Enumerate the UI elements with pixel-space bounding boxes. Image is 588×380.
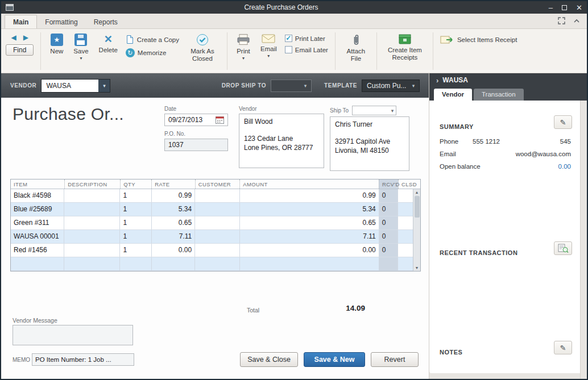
print-button[interactable]: Print ▾ bbox=[234, 32, 252, 61]
email-button[interactable]: Email ▾ bbox=[258, 32, 279, 59]
cell-description[interactable] bbox=[64, 203, 120, 216]
cell-rate[interactable]: 0.99 bbox=[152, 189, 196, 202]
cell-clsd[interactable] bbox=[398, 203, 413, 216]
cell-rate[interactable]: 0.00 bbox=[152, 244, 196, 257]
cell-qty[interactable]: 1 bbox=[120, 203, 151, 216]
cell-qty[interactable]: 1 bbox=[120, 189, 151, 202]
minimize-button[interactable]: – bbox=[549, 3, 553, 12]
back-arrow-button[interactable]: ◀ bbox=[11, 34, 16, 41]
cell-amount[interactable]: 0.65 bbox=[240, 216, 379, 229]
cell-description[interactable] bbox=[64, 230, 120, 243]
cell-description[interactable] bbox=[64, 257, 120, 270]
cell-qty[interactable] bbox=[120, 257, 151, 270]
mark-as-closed-button[interactable]: Mark As Closed bbox=[185, 32, 220, 64]
cell-item[interactable]: Red #1456 bbox=[11, 244, 64, 257]
scroll-down-icon[interactable]: ▼ bbox=[415, 265, 419, 271]
memo-field[interactable]: PO Item Number: 1 Job ... bbox=[32, 353, 134, 366]
sidebar-header[interactable]: › WAUSA bbox=[429, 73, 587, 87]
cell-customer[interactable] bbox=[195, 230, 240, 243]
cell-item[interactable]: Blue #25689 bbox=[11, 203, 64, 216]
email-caret-icon[interactable]: ▾ bbox=[267, 55, 270, 57]
find-button[interactable]: Find bbox=[6, 44, 34, 56]
cell-customer[interactable] bbox=[195, 203, 240, 216]
forward-arrow-button[interactable]: ▶ bbox=[23, 34, 28, 41]
attach-file-button[interactable]: Attach File bbox=[342, 32, 370, 64]
cell-rcvd[interactable]: 0 bbox=[379, 189, 399, 202]
cell-customer[interactable] bbox=[195, 189, 240, 202]
cell-customer[interactable] bbox=[195, 216, 240, 229]
print-later-checkbox[interactable]: ✓ Print Later bbox=[285, 35, 328, 42]
drop-ship-to-select[interactable]: ▾ bbox=[271, 80, 312, 92]
cell-amount[interactable]: 0.99 bbox=[240, 189, 379, 202]
cell-rcvd[interactable]: 0 bbox=[379, 216, 399, 229]
calendar-icon[interactable] bbox=[216, 116, 224, 124]
cell-clsd[interactable] bbox=[398, 257, 413, 270]
tab-main[interactable]: Main bbox=[5, 15, 37, 28]
cell-qty[interactable]: 1 bbox=[120, 244, 151, 257]
tab-reports[interactable]: Reports bbox=[86, 15, 126, 28]
cell-clsd[interactable] bbox=[398, 189, 413, 202]
table-scrollbar[interactable]: ▲ ▼ bbox=[413, 189, 420, 271]
vendor-address-box[interactable]: Bill Wood 123 Cedar Lane Lone Pines, OR … bbox=[239, 114, 324, 168]
collapse-sidebar-icon[interactable]: › bbox=[436, 76, 438, 85]
date-field[interactable]: 09/27/2013 bbox=[164, 114, 228, 126]
scrollbar-thumb[interactable] bbox=[415, 196, 420, 218]
template-select[interactable]: Custom Pu... ▾ bbox=[362, 80, 420, 92]
cell-item[interactable]: Black #4598 bbox=[11, 189, 64, 202]
save-and-new-button[interactable]: Save & New bbox=[304, 352, 365, 367]
cell-qty[interactable]: 1 bbox=[120, 216, 151, 229]
cell-qty[interactable]: 1 bbox=[120, 230, 151, 243]
cell-amount[interactable]: 0.00 bbox=[240, 244, 379, 257]
cell-item[interactable]: Green #311 bbox=[11, 216, 64, 229]
expand-window-icon[interactable] bbox=[558, 17, 565, 24]
cell-item[interactable]: WAUSA 00001 bbox=[11, 230, 64, 243]
cell-customer[interactable] bbox=[195, 244, 240, 257]
cell-rate[interactable]: 0.65 bbox=[152, 216, 196, 229]
cell-rcvd[interactable]: 0 bbox=[379, 244, 399, 257]
cell-rate[interactable]: 7.11 bbox=[152, 230, 196, 243]
cell-rcvd[interactable] bbox=[379, 257, 399, 270]
vendor-select[interactable]: WAUSA ▾ bbox=[41, 79, 110, 93]
cell-clsd[interactable] bbox=[398, 216, 413, 229]
save-button[interactable]: Save ▾ bbox=[71, 32, 90, 61]
cell-amount[interactable] bbox=[240, 257, 379, 270]
sidebar-tab-vendor[interactable]: Vendor bbox=[434, 89, 472, 101]
sidebar-scroll-strip[interactable] bbox=[580, 101, 587, 379]
cell-customer[interactable] bbox=[195, 257, 240, 270]
cell-amount[interactable]: 5.34 bbox=[240, 203, 379, 216]
ship-to-select[interactable]: ▾ bbox=[352, 106, 396, 115]
new-button[interactable]: ★ New bbox=[48, 32, 65, 56]
save-caret-icon[interactable]: ▾ bbox=[80, 57, 82, 60]
email-later-checkbox[interactable]: Email Later bbox=[285, 46, 328, 53]
collapse-ribbon-icon[interactable] bbox=[573, 19, 580, 23]
cell-amount[interactable]: 7.11 bbox=[240, 230, 379, 243]
cell-rcvd[interactable]: 0 bbox=[379, 230, 399, 243]
sidebar-tab-transaction[interactable]: Transaction bbox=[474, 89, 524, 101]
cell-description[interactable] bbox=[64, 244, 120, 257]
cell-rate[interactable] bbox=[152, 257, 196, 270]
cell-rate[interactable]: 5.34 bbox=[152, 203, 196, 216]
cell-description[interactable] bbox=[64, 189, 120, 202]
maximize-button[interactable] bbox=[562, 5, 567, 10]
edit-notes-button[interactable]: ✎ bbox=[554, 341, 572, 354]
cell-clsd[interactable] bbox=[398, 230, 413, 243]
memorize-button[interactable]: ↻ Memorize bbox=[126, 48, 179, 57]
cell-rcvd[interactable]: 0 bbox=[379, 203, 399, 216]
open-balance-value[interactable]: 0.00 bbox=[558, 163, 571, 170]
close-button[interactable]: ✕ bbox=[576, 3, 582, 12]
revert-button[interactable]: Revert bbox=[371, 352, 419, 367]
recent-transaction-report-button[interactable] bbox=[554, 241, 572, 255]
po-number-field[interactable]: 1037 bbox=[164, 139, 228, 151]
save-and-close-button[interactable]: Save & Close bbox=[240, 352, 298, 367]
tab-formatting[interactable]: Formatting bbox=[37, 15, 85, 28]
scroll-up-icon[interactable]: ▲ bbox=[415, 189, 419, 195]
create-item-receipts-button[interactable]: Create Item Receipts bbox=[384, 32, 426, 62]
edit-summary-button[interactable]: ✎ bbox=[554, 115, 572, 129]
print-caret-icon[interactable]: ▾ bbox=[242, 57, 245, 60]
cell-clsd[interactable] bbox=[398, 244, 413, 257]
cell-item[interactable] bbox=[11, 257, 64, 270]
delete-button[interactable]: ✕ Delete bbox=[97, 32, 120, 55]
vendor-message-field[interactable] bbox=[13, 325, 133, 345]
select-items-receipt-button[interactable]: Select Items Receipt bbox=[440, 32, 517, 45]
create-copy-button[interactable]: Create a Copy bbox=[126, 35, 179, 44]
